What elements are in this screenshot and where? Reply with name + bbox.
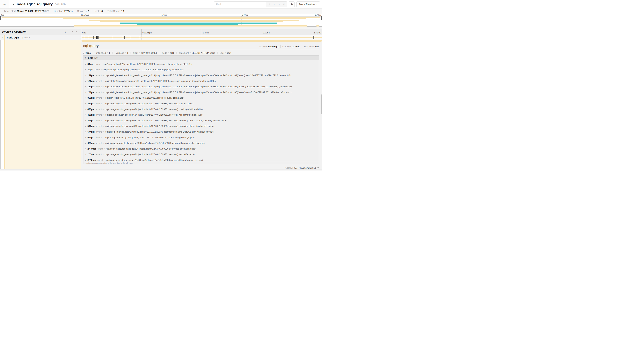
log-expand-chevron-icon[interactable]: › <box>85 85 86 88</box>
minimap-canvas[interactable] <box>0 16 322 27</box>
log-row[interactable]: ›34μs:event=‹sql/exec_util.go:2297 [nsql… <box>84 61 319 67</box>
log-row[interactable]: ›486μs:event=‹sql/conn_executor_exec.go:… <box>84 112 319 118</box>
stat-value: March 31 2022, 17:25:09 <box>17 10 45 13</box>
span-row-label[interactable]: ∨ node sql1 sql query <box>0 35 81 40</box>
log-expand-chevron-icon[interactable]: › <box>85 74 86 77</box>
log-expand-chevron-icon[interactable]: › <box>85 125 86 127</box>
log-event-value: ‹sql/distsql_running.go:498 [nsql1,clien… <box>104 136 195 139</box>
log-row[interactable]: ›80μs:event=‹sql/plan_opt.go:358 [nsql1,… <box>84 67 319 73</box>
tag-value: 127.0.0.1:59936 <box>141 52 157 54</box>
log-marker-tick[interactable] <box>121 36 121 39</box>
tag-item[interactable]: client=127.0.0.1:59936 <box>130 52 160 54</box>
find-clear-icon[interactable]: ✕ <box>283 3 285 6</box>
trace-collapse-chevron-icon[interactable]: ∨ <box>12 3 14 6</box>
log-row[interactable]: ›502μs:event=‹sql/conn_executor_exec.go:… <box>84 123 319 129</box>
log-row[interactable]: ›2.69ms:event=‹sql/conn_executor_exec.go… <box>84 146 319 152</box>
log-expand-chevron-icon[interactable]: › <box>85 147 86 150</box>
log-row[interactable]: ›142μs:event=‹sql/catalog/lease/descript… <box>84 72 319 78</box>
log-timestamp: 459μs: <box>88 102 94 105</box>
log-expand-chevron-icon[interactable]: › <box>85 68 86 71</box>
log-row[interactable]: ›678μs:event=‹sql/distsql_physical_plann… <box>84 140 319 146</box>
log-row[interactable]: ›366μs:event=‹sql/plan_opt.go:358 [nsql1… <box>84 95 319 101</box>
find-prev-icon[interactable]: ∧ <box>274 3 276 6</box>
log-expand-chevron-icon[interactable]: › <box>85 108 86 111</box>
stat-label: Depth <box>94 10 100 13</box>
log-row[interactable]: ›201μs:event=‹sql/catalog/lease/descript… <box>84 89 319 95</box>
logs-box: ∨ Logs (18) ›34μs:event=‹sql/exec_util.g… <box>83 56 319 164</box>
expand-all-icon[interactable]: » <box>76 30 77 33</box>
span-duration-bar[interactable] <box>82 37 322 38</box>
log-marker-tick[interactable] <box>133 36 133 39</box>
log-expand-chevron-icon[interactable]: › <box>85 102 86 105</box>
log-row[interactable]: ›459μs:event=‹sql/conn_executor_exec.go:… <box>84 101 319 106</box>
log-expand-chevron-icon[interactable]: › <box>85 159 86 161</box>
log-marker-tick[interactable] <box>131 36 131 39</box>
collapse-one-icon[interactable]: ∨ <box>64 30 66 33</box>
span-collapse-chevron-icon[interactable]: ∨ <box>2 36 3 39</box>
viewport-left-handle[interactable] <box>0 16 1 20</box>
log-marker-tick[interactable] <box>122 36 122 39</box>
tag-item[interactable]: user=root <box>218 52 233 54</box>
log-expand-chevron-icon[interactable]: › <box>85 80 86 82</box>
logs-collapse-chevron-icon[interactable]: ∨ <box>85 57 86 59</box>
log-expand-chevron-icon[interactable]: › <box>85 119 86 122</box>
log-expand-chevron-icon[interactable]: › <box>85 131 86 133</box>
log-row[interactable]: ›2.7ms:event=‹sql/conn_executor_exec.go:… <box>84 152 319 157</box>
viewport-right-handle[interactable] <box>321 16 322 20</box>
log-event-value: ‹sql/conn_executor_exec.go:2046 [nsql1,c… <box>106 159 204 161</box>
log-row[interactable]: ›597μs:event=‹sql/distsql_running.go:498… <box>84 135 319 140</box>
back-button[interactable]: ← <box>0 0 9 8</box>
log-event-label: event <box>96 142 102 144</box>
logs-header[interactable]: ∨ Logs (18) <box>84 56 319 60</box>
tags-expand-chevron-icon[interactable]: › <box>83 52 84 54</box>
tag-item[interactable]: statement=SELECT * FROM users <box>176 52 218 54</box>
log-row[interactable]: ›189μs:event=‹sql/catalog/lease/descript… <box>84 84 319 89</box>
column-resize-handle[interactable] <box>79 31 80 33</box>
expand-one-icon[interactable]: › <box>69 30 70 33</box>
log-marker-tick[interactable] <box>123 36 123 39</box>
copy-link-icon[interactable] <box>317 167 319 169</box>
log-row[interactable]: ›2.79ms:event=‹sql/conn_executor_exec.go… <box>84 157 319 162</box>
log-marker-tick[interactable] <box>94 36 94 39</box>
locate-span-icon[interactable] <box>268 3 271 6</box>
tag-item[interactable]: _verbose=1 <box>112 52 130 54</box>
view-select[interactable]: Trace Timeline ∨ <box>296 2 320 7</box>
log-event-value: ‹sql/plan_opt.go:358 [nsql1,client=127.0… <box>104 97 184 99</box>
tag-item[interactable]: node=sql1 <box>160 52 176 54</box>
log-expand-chevron-icon[interactable]: › <box>85 97 86 99</box>
keyboard-shortcuts-button[interactable]: ⌘ <box>289 2 295 7</box>
log-expand-chevron-icon[interactable]: › <box>85 142 86 144</box>
back-arrow-icon: ← <box>3 2 6 6</box>
minimap-tick-labels: 0μs697.75μs1.4ms2.09ms2.79ms <box>0 14 322 16</box>
log-marker-tick[interactable] <box>124 36 124 39</box>
find-input[interactable] <box>214 2 266 7</box>
stat-label: Services <box>77 10 86 13</box>
log-timestamp: 80μs: <box>88 68 93 71</box>
log-row[interactable]: ›476μs:event=‹sql/conn_executor_exec.go:… <box>84 106 319 112</box>
vertical-scrollbar-thumb[interactable] <box>321 94 322 114</box>
log-marker-tick[interactable] <box>88 36 88 39</box>
log-row[interactable]: ›176μs:event=‹sql/catalog/descs/descript… <box>84 78 319 84</box>
log-row[interactable]: ›574μs:event=‹sql/distsql_running.go:142… <box>84 129 319 135</box>
equals-sign: = <box>104 159 105 161</box>
log-expand-chevron-icon[interactable]: › <box>85 63 86 65</box>
trace-timeline-page: ← ∨ node sql1: sql query 7418682 ∧ ∨ ✕ ⌘ <box>0 0 322 171</box>
log-expand-chevron-icon[interactable]: › <box>85 91 86 94</box>
find-next-icon[interactable]: ∨ <box>278 3 280 6</box>
log-row[interactable]: ›495μs:event=‹sql/conn_executor_exec.go:… <box>84 118 319 123</box>
log-marker-tick[interactable] <box>140 36 140 39</box>
log-expand-chevron-icon[interactable]: › <box>85 136 86 139</box>
log-marker-tick[interactable] <box>313 36 314 39</box>
trace-stats-bar: Trace StartMarch 31 2022, 17:25:09.326Du… <box>0 9 322 14</box>
log-marker-tick[interactable] <box>124 36 125 39</box>
tag-item[interactable]: _unfinished=1 <box>92 52 112 54</box>
detail-meta-item: Service:node sql1 <box>258 45 280 48</box>
minimap-gap <box>0 27 322 29</box>
log-marker-tick[interactable] <box>314 36 314 39</box>
log-marker-tick[interactable] <box>98 36 99 39</box>
collapse-all-icon[interactable]: » <box>71 31 74 33</box>
log-expand-chevron-icon[interactable]: › <box>85 153 86 156</box>
tags-row[interactable]: › Tags: _unfinished=1_verbose=1client=12… <box>83 51 319 55</box>
log-marker-tick[interactable] <box>98 36 98 39</box>
log-expand-chevron-icon[interactable]: › <box>85 114 86 116</box>
